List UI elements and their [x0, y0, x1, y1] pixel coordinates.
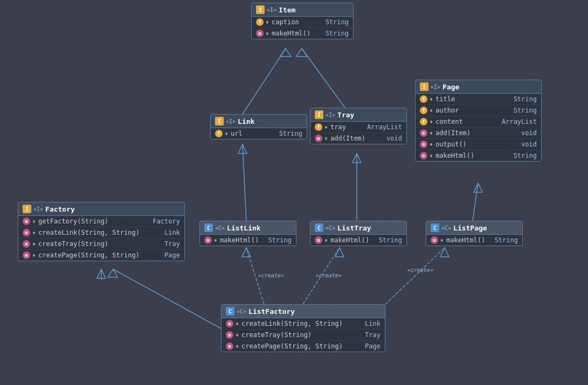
row-name-page-3: add(Item) [435, 129, 514, 137]
row-type-page-5: String [508, 152, 537, 159]
field-icon-listfactory-1: m [226, 331, 233, 339]
row-type-tray-0: ArrayList [362, 123, 402, 131]
leaf-icon-listfactory-0: ♦ [236, 321, 239, 327]
class-name-factory: Factory [45, 205, 75, 213]
field-icon-listlink-0: m [204, 236, 212, 244]
class-name-listfactory: ListFactory [248, 307, 295, 316]
class-header-page: I«I»Page [416, 80, 541, 94]
field-icon-page-0: f [420, 95, 427, 103]
class-header-listlink: C«C»ListLink [200, 221, 296, 235]
row-type-page-0: String [508, 95, 537, 103]
leaf-icon-page-2: ♦ [430, 119, 433, 125]
class-header-item: I«I»Item [252, 3, 353, 17]
svg-marker-7 [352, 153, 361, 163]
class-type-icon-tray: I [315, 110, 323, 119]
row-name-tray-1: add(Item) [330, 135, 379, 142]
row-name-tray-0: tray [330, 123, 359, 131]
row-type-tray-1: void [381, 135, 402, 142]
class-body-page: f♦titleStringf♦authorStringf♦contentArra… [416, 94, 541, 161]
class-row-factory-0: m♦getFactory(String)Factory [18, 216, 184, 227]
row-name-page-0: title [435, 95, 506, 103]
class-row-tray-1: m♦add(Item)void [310, 133, 406, 144]
class-body-listtray: m♦makeHtml()String [310, 235, 406, 246]
svg-line-12 [113, 269, 221, 328]
class-box-listpage: C«C»ListPagem♦makeHtml()String [426, 221, 523, 246]
svg-marker-5 [238, 144, 247, 153]
class-header-listtray: C«C»ListTray [310, 221, 406, 235]
class-type-icon-factory: I [23, 205, 31, 213]
class-row-listtray-0: m♦makeHtml()String [310, 235, 406, 246]
row-name-page-5: makeHtml() [435, 152, 506, 159]
class-name-item: Item [279, 6, 295, 14]
class-type-icon-listpage: C [431, 223, 439, 232]
class-body-listfactory: m♦createLink(String, String)Linkm♦create… [222, 318, 385, 352]
row-name-listtray-0: makeHtml() [330, 236, 371, 244]
row-type-item-1: String [320, 30, 349, 37]
svg-marker-15 [242, 248, 251, 257]
leaf-icon-page-3: ♦ [430, 130, 433, 136]
svg-line-14 [246, 248, 264, 304]
svg-marker-19 [440, 248, 449, 257]
class-type-icon-page: I [420, 82, 428, 91]
svg-marker-11 [97, 269, 106, 278]
field-icon-tray-1: m [315, 135, 322, 142]
create-label-3: «create» [407, 267, 433, 273]
leaf-icon-page-1: ♦ [430, 108, 433, 114]
class-box-item: I«I»Itemf♦captionStringm♦makeHtml()Strin… [251, 3, 354, 39]
stereotype-item: «I» [267, 7, 276, 13]
field-icon-listfactory-0: m [226, 320, 233, 327]
leaf-icon-page-5: ♦ [430, 153, 433, 159]
class-type-icon-link: I [215, 117, 224, 125]
class-row-listlink-0: m♦makeHtml()String [200, 235, 296, 246]
stereotype-listlink: «C» [215, 225, 225, 231]
row-type-page-1: String [508, 107, 537, 114]
stereotype-listpage: «C» [441, 225, 451, 231]
field-icon-listpage-0: m [431, 236, 438, 244]
class-row-item-0: f♦captionString [252, 17, 353, 28]
class-row-listfactory-1: m♦createTray(String)Tray [222, 330, 385, 341]
row-name-factory-0: getFactory(String) [38, 218, 145, 225]
row-name-item-1: makeHtml() [272, 30, 318, 37]
class-body-tray: f♦trayArrayListm♦add(Item)void [310, 122, 406, 144]
row-name-listlink-0: makeHtml() [220, 236, 261, 244]
row-name-factory-3: createPage(String, String) [38, 251, 157, 259]
row-type-page-4: void [516, 141, 537, 148]
leaf-icon-factory-2: ♦ [32, 241, 36, 247]
class-row-page-5: m♦makeHtml()String [416, 150, 541, 161]
row-type-listpage-0: String [489, 236, 518, 244]
class-box-link: I«I»Linkf♦urlString [210, 114, 307, 139]
row-type-listfactory-0: Link [359, 320, 381, 327]
svg-line-18 [385, 248, 445, 304]
class-row-link-0: f♦urlString [211, 128, 307, 139]
row-type-factory-2: Tray [159, 240, 180, 248]
class-name-page: Page [442, 83, 459, 91]
row-type-listfactory-1: Tray [359, 331, 381, 339]
row-name-factory-1: createLink(String, String) [38, 229, 157, 236]
class-row-page-2: f♦contentArrayList [416, 116, 541, 128]
svg-line-4 [243, 144, 246, 221]
field-icon-page-4: m [420, 141, 427, 148]
class-header-tray: I«I»Tray [310, 108, 406, 122]
class-row-page-1: f♦authorString [416, 105, 541, 116]
stereotype-factory: «I» [33, 206, 43, 212]
leaf-icon-listtray-0: ♦ [324, 237, 328, 243]
class-row-page-3: m♦add(Item)void [416, 128, 541, 139]
row-type-listlink-0: String [263, 236, 292, 244]
class-row-listpage-0: m♦makeHtml()String [426, 235, 522, 246]
svg-line-16 [303, 248, 340, 304]
row-name-page-2: content [435, 118, 494, 125]
svg-marker-13 [108, 269, 117, 277]
class-box-listlink: C«C»ListLinkm♦makeHtml()String [199, 221, 296, 246]
stereotype-tray: «I» [326, 112, 335, 118]
leaf-icon-tray-0: ♦ [324, 124, 328, 130]
field-icon-listtray-0: m [315, 236, 322, 244]
class-body-link: f♦urlString [211, 128, 307, 139]
leaf-icon-listpage-0: ♦ [440, 237, 444, 243]
class-name-listpage: ListPage [453, 224, 487, 232]
field-icon-factory-3: m [23, 251, 30, 259]
row-name-item-0: caption [272, 18, 318, 26]
field-icon-tray-0: f [315, 123, 322, 131]
class-row-listfactory-2: m♦createPage(String, String)Page [222, 341, 385, 352]
class-header-link: I«I»Link [211, 115, 307, 128]
class-header-listfactory: C«C»ListFactory [222, 305, 385, 318]
